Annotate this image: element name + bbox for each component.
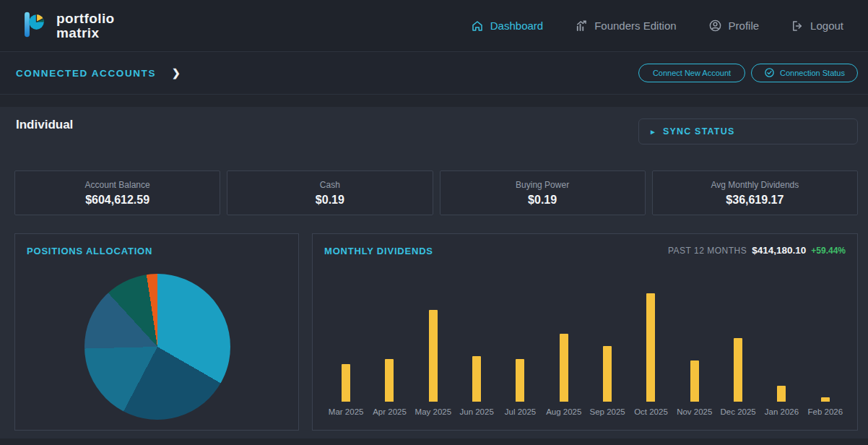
- nav-label-dashboard: Dashboard: [490, 20, 543, 32]
- nav-label-logout: Logout: [810, 20, 843, 32]
- stat-label: Buying Power: [516, 180, 569, 190]
- positions-allocation-panel: POSITIONS ALLOCATION: [14, 233, 299, 431]
- nav-item-dashboard[interactable]: Dashboard: [471, 20, 543, 33]
- triangle-right-icon: ►: [649, 128, 656, 136]
- x-axis-label: Dec 2025: [716, 407, 760, 416]
- x-axis-label: Feb 2026: [804, 407, 847, 416]
- bar-column: [542, 293, 586, 402]
- nav-label-founders-edition: Founders Edition: [594, 20, 676, 32]
- bar-column: [716, 293, 760, 402]
- bar-column: [760, 293, 803, 402]
- bar-column: [498, 293, 542, 402]
- dividend-bar: [603, 346, 612, 402]
- nav-label-profile: Profile: [729, 20, 760, 32]
- x-axis-label: Apr 2025: [368, 407, 411, 416]
- bar-column: [629, 293, 672, 402]
- dividends-summary: PAST 12 MONTHS $414,180.10 +59.44%: [668, 245, 846, 256]
- x-axis-label: Jul 2025: [498, 407, 542, 416]
- x-axis-label: May 2025: [412, 407, 455, 416]
- brand-logo[interactable]: portfolio matrix: [20, 8, 115, 44]
- x-axis-labels: Mar 2025Apr 2025May 2025Jun 2025Jul 2025…: [324, 407, 847, 416]
- x-axis-label: Sep 2025: [586, 407, 629, 416]
- stat-card-avg-monthly-dividends: Avg Monthly Dividends $36,619.17: [652, 170, 858, 215]
- main-content: Individual ► SYNC STATUS Account Balance…: [0, 107, 868, 438]
- nav-item-logout[interactable]: Logout: [791, 20, 843, 33]
- stat-label: Cash: [320, 180, 340, 190]
- dividend-bar: [690, 360, 699, 402]
- stat-value: $0.19: [316, 194, 344, 207]
- dividend-bar: [734, 338, 742, 402]
- dividend-bar: [646, 293, 655, 402]
- dividend-bar: [516, 359, 524, 402]
- connected-accounts-toggle[interactable]: CONNECTED ACCOUNTS ❯: [16, 67, 181, 79]
- nav-item-founders-edition[interactable]: Founders Edition: [575, 20, 676, 33]
- x-axis-label: Aug 2025: [542, 407, 586, 416]
- dividend-bar: [777, 386, 786, 402]
- monthly-dividends-panel: MONTHLY DIVIDENDS PAST 12 MONTHS $414,18…: [312, 233, 858, 431]
- stat-card-cash: Cash $0.19: [227, 170, 433, 215]
- connection-status-button[interactable]: Connection Status: [751, 64, 858, 82]
- connection-status-label: Connection Status: [780, 69, 845, 77]
- dividend-bar: [385, 359, 394, 402]
- x-axis-label: Oct 2025: [629, 407, 672, 416]
- x-axis-label: Jun 2025: [455, 407, 498, 416]
- stat-label: Account Balance: [85, 180, 150, 190]
- chevron-right-icon[interactable]: ❯: [172, 67, 181, 79]
- x-axis-label: Jan 2026: [760, 407, 803, 416]
- logout-icon: [791, 20, 804, 33]
- profile-icon: [708, 19, 722, 33]
- stat-value: $604,612.59: [85, 194, 149, 207]
- bar-column: [324, 293, 368, 402]
- stats-icon: [575, 20, 588, 33]
- stat-card-account-balance: Account Balance $604,612.59: [14, 170, 220, 215]
- stat-value: $36,619.17: [726, 194, 784, 207]
- x-axis-label: Nov 2025: [673, 407, 716, 416]
- bar-column: [586, 293, 629, 402]
- sync-status-label: SYNC STATUS: [663, 126, 735, 137]
- dividend-bars: [324, 293, 847, 402]
- top-nav: portfolio matrix Dashboard Founders Edit…: [0, 0, 868, 52]
- connected-accounts-title: CONNECTED ACCOUNTS: [16, 68, 156, 79]
- bar-column: [804, 293, 847, 402]
- monthly-dividends-title: MONTHLY DIVIDENDS: [324, 246, 433, 256]
- nav-item-profile[interactable]: Profile: [708, 19, 760, 33]
- stats-row: Account Balance $604,612.59 Cash $0.19 B…: [14, 170, 858, 215]
- dividends-total: $414,180.10: [752, 245, 806, 256]
- account-section-title: Individual: [16, 118, 73, 132]
- home-icon: [471, 20, 484, 33]
- portfolio-matrix-logo-icon: [20, 8, 48, 44]
- bar-column: [455, 293, 498, 402]
- dividends-change-badge: +59.44%: [811, 246, 846, 256]
- positions-pie-chart: [84, 274, 230, 420]
- connected-accounts-bar: CONNECTED ACCOUNTS ❯ Connect New Account…: [0, 52, 868, 95]
- stat-value: $0.19: [528, 194, 557, 207]
- bar-column: [673, 293, 716, 402]
- check-circle-icon: [764, 67, 775, 79]
- stat-card-buying-power: Buying Power $0.19: [440, 170, 646, 215]
- sync-status-toggle[interactable]: ► SYNC STATUS: [638, 118, 858, 144]
- connect-new-account-button[interactable]: Connect New Account: [638, 64, 745, 82]
- connect-new-account-label: Connect New Account: [653, 69, 731, 77]
- dividend-bar: [472, 356, 481, 402]
- dividend-bar: [429, 310, 438, 402]
- x-axis-label: Mar 2025: [324, 407, 368, 416]
- dividend-bar: [560, 334, 568, 402]
- dividend-bar: [821, 397, 830, 402]
- brand-name: portfolio matrix: [56, 12, 115, 40]
- bar-column: [368, 293, 411, 402]
- period-label: PAST 12 MONTHS: [668, 246, 747, 256]
- bar-column: [412, 293, 455, 402]
- positions-allocation-title: POSITIONS ALLOCATION: [27, 246, 152, 256]
- dividend-bar: [342, 364, 350, 402]
- accounts-actions: Connect New Account Connection Status: [638, 64, 858, 82]
- main-nav: Dashboard Founders Edition Profile: [471, 19, 843, 33]
- stat-label: Avg Monthly Dividends: [711, 180, 799, 190]
